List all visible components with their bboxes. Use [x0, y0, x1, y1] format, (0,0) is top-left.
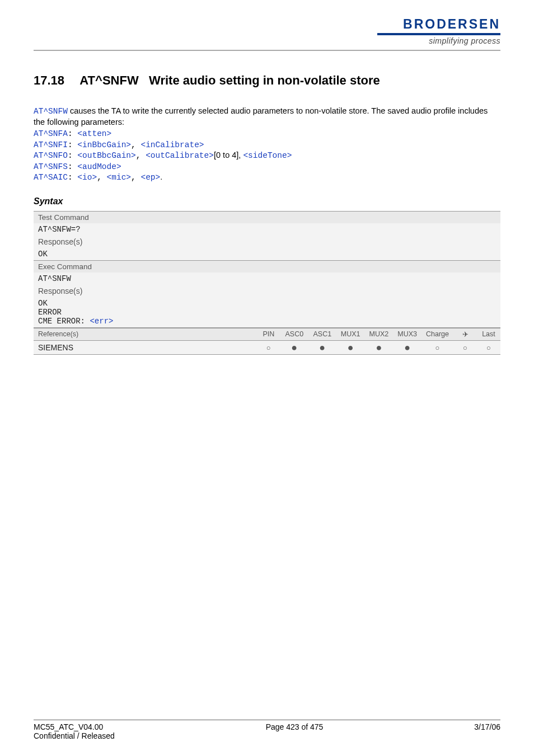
param-link[interactable]: <inCalibrate> [140, 140, 204, 149]
section-cmd: AT^SNFW [79, 73, 138, 87]
param-cmd-link[interactable]: AT^SNFA [34, 129, 68, 138]
param-link[interactable]: <audMode> [77, 162, 121, 171]
test-command-value: AT^SNFW=? [34, 223, 500, 236]
dot-charge: ○ [435, 344, 440, 352]
dot-last: ○ [486, 344, 491, 352]
param-link[interactable]: <ep> [140, 173, 160, 182]
col-pin: PIN [257, 328, 280, 340]
dot-mux2: ● [376, 342, 382, 353]
page-footer: MC55_ATC_V04.00 Confidential / Released … [34, 720, 500, 740]
footer-left: MC55_ATC_V04.00 Confidential / Released [34, 722, 115, 740]
param-line: AT^SNFS: <audMode> [34, 161, 500, 172]
parameter-list: AT^SNFA: <atten> AT^SNFI: <inBbcGain>, <… [34, 128, 500, 183]
response-error: ERROR [38, 308, 496, 317]
footer-center: Page 423 of 475 [266, 722, 324, 740]
param-line: AT^SNFA: <atten> [34, 128, 500, 139]
dot-mux3: ● [404, 342, 410, 353]
response-ok: OK [34, 248, 500, 261]
param-cmd-link[interactable]: AT^SAIC [34, 173, 68, 182]
brand-logo: BRODERSEN simplifying process [34, 17, 500, 45]
param-cmd-link[interactable]: AT^SNFI [34, 140, 68, 149]
response-cme: CME ERROR: <err> [38, 317, 496, 326]
col-airplane: ✈ [453, 328, 477, 340]
err-link[interactable]: <err> [90, 317, 113, 326]
param-mid: [0 to 4], [214, 151, 243, 159]
param-line: AT^SNFI: <inBbcGain>, <inCalibrate> [34, 139, 500, 151]
footer-right: 3/17/06 [474, 722, 500, 740]
brand-tagline: simplifying process [34, 36, 500, 45]
param-link[interactable]: <sideTone> [243, 151, 292, 160]
dot-air: ○ [463, 344, 467, 352]
responses-label: Response(s) [34, 236, 500, 248]
footer-rule [34, 720, 500, 720]
intro-paragraph: AT^SNFW causes the TA to write the curre… [34, 106, 500, 127]
section-title: 17.18 AT^SNFW Write audio setting in non… [34, 73, 500, 88]
col-mux2: MUX2 [365, 328, 394, 340]
param-link[interactable]: <atten> [77, 129, 111, 138]
reference-value: SIEMENS [34, 340, 257, 354]
param-link[interactable]: <io> [77, 173, 97, 182]
param-link[interactable]: <inBbcGain> [77, 140, 131, 149]
responses-label: Response(s) [34, 285, 500, 297]
param-line: AT^SNFO: <outBbcGain>, <outCalibrate>[0 … [34, 150, 500, 161]
references-label: Reference(s) [34, 328, 257, 340]
param-link[interactable]: <outCalibrate> [146, 151, 214, 160]
col-mux3: MUX3 [393, 328, 421, 340]
exec-command-value: AT^SNFW [34, 273, 500, 285]
test-command-label: Test Command [34, 211, 500, 223]
param-cmd-link[interactable]: AT^SNFO [34, 151, 68, 160]
brand-name: BRODERSEN [403, 17, 500, 32]
col-mux1: MUX1 [336, 328, 365, 340]
syntax-table: Test Command AT^SNFW=? Response(s) OK Ex… [34, 211, 500, 355]
response-ok: OK [38, 299, 496, 308]
syntax-heading: Syntax [34, 196, 500, 206]
header-rule [34, 50, 500, 51]
exec-command-label: Exec Command [34, 260, 500, 273]
col-charge: Charge [421, 328, 453, 340]
intro-cmd-link[interactable]: AT^SNFW [34, 107, 68, 116]
param-line: AT^SAIC: <io>, <mic>, <ep>. [34, 172, 500, 183]
dot-asc0: ● [291, 342, 297, 353]
col-last: Last [477, 328, 500, 340]
dot-pin: ○ [266, 344, 271, 352]
param-link[interactable]: <outBbcGain> [77, 151, 135, 160]
param-cmd-link[interactable]: AT^SNFS [34, 162, 68, 171]
dot-mux1: ● [348, 342, 354, 353]
col-asc0: ASC0 [280, 328, 308, 340]
dot-asc1: ● [319, 342, 325, 353]
section-desc: Write audio setting in non-volatile stor… [149, 73, 380, 87]
param-link[interactable]: <mic> [107, 173, 132, 182]
col-asc1: ASC1 [308, 328, 336, 340]
response-block: OK ERROR CME ERROR: <err> [34, 297, 500, 328]
brand-bar [377, 33, 500, 35]
intro-text: causes the TA to write the currently sel… [34, 106, 488, 126]
section-number: 17.18 [34, 73, 64, 88]
